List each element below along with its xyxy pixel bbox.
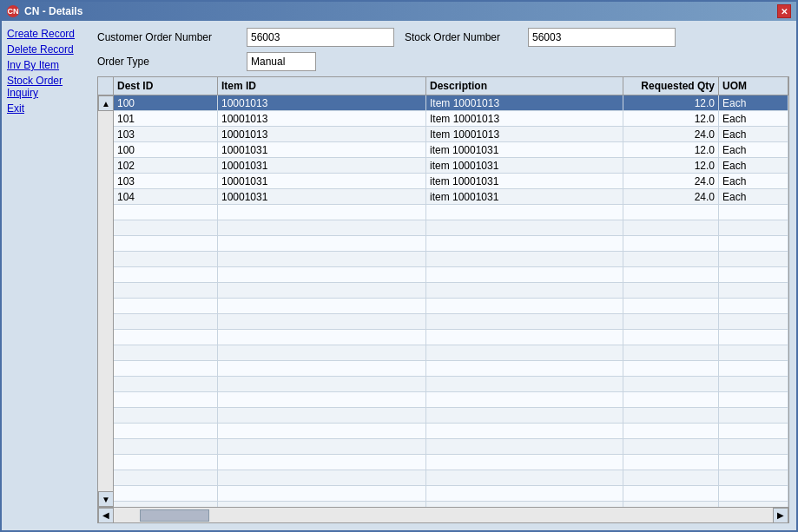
cell-desc [426,486,623,501]
cell-item [218,314,426,329]
table-row[interactable] [114,205,788,220]
table-row[interactable] [114,377,788,392]
cell-desc [426,205,623,220]
cell-desc: Item 10001013 [426,95,623,110]
cell-item [218,408,426,423]
stock-order-input[interactable] [528,28,676,47]
grid-header: Dest ID Item ID Description Requested Qt… [98,77,788,95]
cell-desc: Item 10001013 [426,127,623,141]
table-row[interactable]: 100 10001031 item 10001031 12.0 Each [114,142,788,158]
table-row[interactable] [114,361,788,377]
table-row[interactable] [114,314,788,330]
scroll-track[interactable] [98,111,113,491]
scroll-down-btn[interactable]: ▼ [98,491,114,507]
cell-desc [426,392,623,407]
table-row[interactable] [114,220,788,236]
cell-dest [114,205,218,220]
table-row[interactable] [114,408,788,424]
grid-header-cols: Dest ID Item ID Description Requested Qt… [114,77,788,95]
cell-qty [623,314,719,329]
cell-dest [114,408,218,423]
form-row-order: Customer Order Number Stock Order Number [97,28,789,47]
cell-item [218,486,426,501]
cell-uom: Each [719,95,788,110]
exit-link[interactable]: Exit [7,102,92,115]
cell-uom: Each [719,111,788,126]
cell-uom [719,330,788,345]
cell-uom [719,345,788,360]
horizontal-scrollbar[interactable]: ◀ ▶ [98,507,788,522]
table-row[interactable] [114,236,788,252]
table-row[interactable] [114,345,788,361]
delete-record-link[interactable]: Delete Record [7,43,92,56]
form-row-type: Order Type [97,52,789,71]
table-row[interactable]: 102 10001031 item 10001031 12.0 Each [114,158,788,174]
cell-dest: 100 [114,142,218,157]
cell-qty [623,392,719,407]
table-row[interactable]: 103 10001031 item 10001031 24.0 Each [114,174,788,189]
cell-item: 10001013 [218,127,426,141]
col-header-uom: UOM [719,77,788,95]
cell-item [218,220,426,235]
table-row[interactable] [114,439,788,455]
cell-desc [426,408,623,423]
stock-order-label: Stock Order Number [405,31,518,43]
table-row[interactable]: 104 10001031 item 10001031 24.0 Each [114,189,788,205]
cell-dest: 103 [114,174,218,188]
cell-dest [114,299,218,313]
cell-dest: 102 [114,158,218,173]
cell-uom [719,377,788,391]
h-scroll-track[interactable] [114,508,773,523]
scroll-right-btn[interactable]: ▶ [773,508,788,523]
order-type-label: Order Type [97,56,236,68]
cell-dest: 101 [114,111,218,126]
table-row[interactable] [114,455,788,470]
cell-qty [623,377,719,391]
cell-desc: item 10001031 [426,189,623,204]
cell-uom [719,252,788,266]
cell-item [218,345,426,360]
cell-desc [426,345,623,360]
scroll-left-btn[interactable]: ◀ [98,508,114,523]
create-record-link[interactable]: Create Record [7,28,92,40]
cell-qty: 24.0 [623,174,719,188]
order-type-input[interactable] [247,52,316,71]
table-row[interactable] [114,252,788,267]
cell-dest [114,439,218,454]
cell-qty [623,252,719,266]
customer-order-input[interactable] [247,28,394,47]
cell-dest [114,236,218,251]
table-row[interactable]: 103 10001013 Item 10001013 24.0 Each [114,127,788,142]
table-row[interactable] [114,267,788,283]
cell-item [218,252,426,266]
table-row[interactable]: 100 10001013 Item 10001013 12.0 Each [114,95,788,111]
cell-qty [623,267,719,282]
h-scroll-thumb[interactable] [140,509,209,522]
stock-order-inquiry-link[interactable]: Stock Order Inquiry [7,75,92,99]
cell-uom [719,470,788,485]
cell-desc [426,252,623,266]
cell-desc [426,299,623,313]
table-row[interactable] [114,283,788,299]
scroll-up-btn[interactable]: ▲ [98,95,114,111]
cell-uom [719,236,788,251]
table-row[interactable] [114,330,788,345]
title-bar-left: CN CN - Details [7,5,82,17]
table-row[interactable] [114,470,788,486]
cell-desc [426,314,623,329]
cell-item: 10001031 [218,158,426,173]
close-button[interactable]: ✕ [777,4,791,18]
cell-uom [719,424,788,438]
inv-by-item-link[interactable]: Inv By Item [7,59,92,71]
cell-desc [426,361,623,376]
sidebar: Create Record Delete Record Inv By Item … [2,21,97,530]
table-row[interactable] [114,392,788,408]
table-row[interactable] [114,299,788,314]
cell-desc [426,220,623,235]
vertical-scrollbar[interactable]: ▲ ▼ [98,95,114,507]
table-row[interactable]: 101 10001013 Item 10001013 12.0 Each [114,111,788,127]
window-title: CN - Details [24,5,82,17]
cell-uom [719,283,788,298]
table-row[interactable] [114,486,788,502]
table-row[interactable] [114,424,788,439]
